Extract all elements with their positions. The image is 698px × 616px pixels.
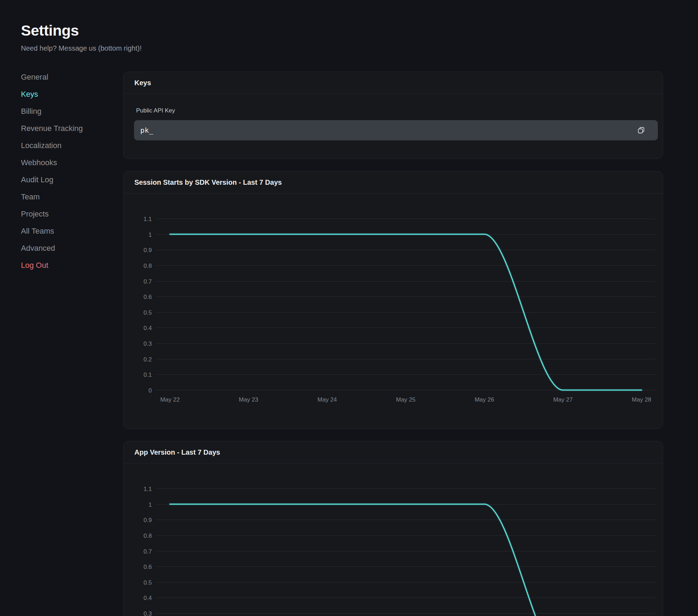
sidebar-item-general[interactable]: General [21, 68, 123, 86]
svg-text:1.1: 1.1 [143, 216, 152, 222]
svg-text:1.1: 1.1 [143, 486, 152, 492]
svg-text:0.9: 0.9 [143, 247, 152, 254]
svg-text:May 25: May 25 [396, 396, 416, 403]
sidebar-item-revenue-tracking[interactable]: Revenue Tracking [21, 120, 123, 137]
keys-card-body: Public API Key pk_ [124, 94, 663, 159]
page-title: Settings [21, 22, 698, 39]
sidebar-item-audit-log[interactable]: Audit Log [21, 171, 123, 188]
app-version-chart-header: App Version - Last 7 Days [124, 441, 663, 463]
sidebar-item-advanced[interactable]: Advanced [21, 240, 123, 257]
svg-text:0.7: 0.7 [143, 278, 152, 285]
svg-text:May 22: May 22 [160, 396, 180, 403]
keys-card-title: Keys [134, 79, 151, 87]
sdk-version-chart-title: Session Starts by SDK Version - Last 7 D… [134, 178, 282, 186]
svg-text:0.5: 0.5 [143, 579, 152, 586]
app-version-chart: 1.110.90.80.70.60.50.40.30.20.10May 22Ma… [124, 463, 663, 616]
svg-text:May 27: May 27 [553, 396, 573, 403]
copy-api-key-button[interactable] [634, 123, 648, 137]
keys-card-header: Keys [124, 72, 663, 94]
content: General Keys Billing Revenue Tracking Lo… [0, 68, 698, 616]
sidebar: General Keys Billing Revenue Tracking Lo… [21, 68, 123, 616]
sidebar-item-keys[interactable]: Keys [21, 86, 123, 103]
svg-text:May 24: May 24 [318, 396, 337, 403]
main-panel: Keys Public API Key pk_ Session St [123, 72, 663, 616]
svg-text:0.6: 0.6 [143, 564, 152, 570]
svg-text:0.7: 0.7 [143, 548, 152, 555]
svg-text:0.5: 0.5 [143, 309, 152, 316]
svg-text:0.4: 0.4 [143, 595, 152, 601]
svg-text:0: 0 [149, 387, 152, 394]
copy-icon [637, 126, 645, 134]
sdk-version-chart: 1.110.90.80.70.60.50.40.30.20.10May 22Ma… [124, 193, 663, 429]
public-api-key-value: pk_ [140, 126, 154, 134]
svg-text:0.8: 0.8 [143, 533, 152, 539]
sidebar-item-team[interactable]: Team [21, 188, 123, 205]
app-version-chart-title: App Version - Last 7 Days [134, 448, 220, 456]
svg-text:0.2: 0.2 [143, 356, 152, 363]
public-api-key-label: Public API Key [136, 107, 658, 114]
sidebar-item-localization[interactable]: Localization [21, 137, 123, 154]
svg-text:0.4: 0.4 [143, 325, 152, 331]
svg-text:May 26: May 26 [475, 396, 494, 403]
sidebar-item-log-out[interactable]: Log Out [21, 257, 123, 274]
svg-text:0.9: 0.9 [143, 517, 152, 523]
svg-text:May 28: May 28 [632, 396, 651, 403]
sidebar-item-all-teams[interactable]: All Teams [21, 222, 123, 240]
sdk-version-chart-header: Session Starts by SDK Version - Last 7 D… [124, 171, 663, 193]
svg-text:0.3: 0.3 [143, 340, 152, 347]
svg-text:May 23: May 23 [239, 396, 258, 403]
sidebar-item-projects[interactable]: Projects [21, 205, 123, 222]
svg-text:0.3: 0.3 [143, 610, 152, 616]
sidebar-item-billing[interactable]: Billing [21, 103, 123, 120]
svg-text:1: 1 [149, 501, 152, 508]
page-subtitle: Need help? Message us (bottom right)! [21, 44, 698, 52]
page-header: Settings Need help? Message us (bottom r… [0, 0, 698, 52]
sidebar-item-webhooks[interactable]: Webhooks [21, 154, 123, 171]
sdk-version-chart-card: Session Starts by SDK Version - Last 7 D… [123, 171, 663, 429]
svg-text:1: 1 [149, 232, 152, 238]
app-version-chart-card: App Version - Last 7 Days 1.110.90.80.70… [123, 441, 663, 616]
public-api-key-field[interactable]: pk_ [134, 120, 658, 140]
svg-text:0.6: 0.6 [143, 294, 152, 300]
svg-text:0.8: 0.8 [143, 263, 152, 269]
keys-card: Keys Public API Key pk_ [123, 72, 663, 159]
svg-text:0.1: 0.1 [143, 372, 152, 378]
